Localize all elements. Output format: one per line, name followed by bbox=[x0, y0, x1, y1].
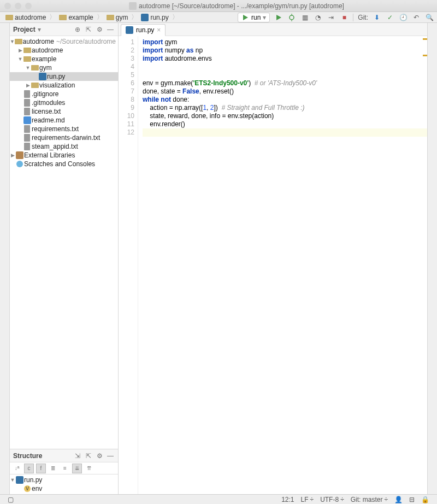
line-number[interactable]: 8 bbox=[119, 96, 134, 104]
breadcrumb-example[interactable]: example bbox=[57, 14, 95, 21]
tool-windows-button[interactable]: ▢ bbox=[4, 496, 17, 503]
code-line-12[interactable] bbox=[143, 128, 427, 137]
dropdown-icon[interactable]: ▾ bbox=[38, 26, 41, 33]
code-line-10[interactable]: state, reward, done, info = env.step(act… bbox=[143, 112, 427, 120]
sort-alpha-button[interactable]: ↓ª bbox=[12, 464, 22, 473]
hide-icon[interactable]: — bbox=[106, 25, 115, 34]
settings-icon[interactable]: ⚙ bbox=[95, 25, 104, 34]
vcs-history-button[interactable]: 🕘 bbox=[399, 13, 408, 22]
zoom-window-icon[interactable] bbox=[25, 3, 32, 9]
show-classes-button[interactable]: c bbox=[24, 464, 34, 473]
run-button[interactable] bbox=[274, 13, 283, 22]
hide-icon[interactable]: — bbox=[106, 452, 115, 460]
project-tree[interactable]: ▼autodrome~/Source/autodrome▶autodrome▼e… bbox=[10, 36, 118, 449]
code-line-5[interactable] bbox=[143, 71, 427, 79]
tree-item-autodrome[interactable]: ▶autodrome bbox=[10, 46, 118, 55]
tree-item-gym[interactable]: ▼gym bbox=[10, 63, 118, 72]
code-editor[interactable]: 123456789101112 import gymimport numpy a… bbox=[119, 36, 427, 494]
code-line-11[interactable]: env.render() bbox=[143, 120, 427, 128]
lock-icon[interactable]: 🔒 bbox=[418, 496, 433, 503]
line-gutter[interactable]: 123456789101112 bbox=[119, 36, 138, 494]
file-encoding[interactable]: UTF-8 ÷ bbox=[317, 496, 347, 503]
tree-item-External Libraries[interactable]: ▶External Libraries bbox=[10, 151, 118, 160]
show-inherited-button[interactable]: ≣ bbox=[48, 464, 58, 473]
structure-tree[interactable]: ▼run.pyvenv bbox=[10, 474, 118, 494]
inspection-icon[interactable]: 👤 bbox=[391, 496, 406, 503]
line-separator[interactable]: LF ÷ bbox=[298, 496, 317, 503]
disclosure-arrow-icon[interactable]: ▶ bbox=[17, 48, 23, 53]
disclosure-arrow-icon[interactable]: ▶ bbox=[25, 83, 31, 88]
tree-item-.gitignore[interactable]: .gitignore bbox=[10, 90, 118, 98]
line-number[interactable]: 5 bbox=[119, 71, 134, 79]
tree-item-visualization[interactable]: ▶visualization bbox=[10, 81, 118, 90]
disclosure-arrow-icon[interactable]: ▼ bbox=[17, 56, 23, 62]
caret-position[interactable]: 12:1 bbox=[278, 496, 297, 503]
tree-item-steam_appid.txt[interactable]: steam_appid.txt bbox=[10, 142, 118, 151]
tree-item-autodrome[interactable]: ▼autodrome~/Source/autodrome bbox=[10, 37, 118, 46]
right-gutter[interactable] bbox=[427, 23, 437, 494]
run-config-selector[interactable]: run ▾ bbox=[238, 13, 270, 22]
code-line-7[interactable]: done, state = False, env.reset() bbox=[143, 87, 427, 96]
disclosure-arrow-icon[interactable]: ▼ bbox=[25, 65, 31, 71]
expand-all-icon[interactable]: ⇲ bbox=[73, 452, 82, 460]
code-area[interactable]: import gymimport numpy as npimport autod… bbox=[138, 36, 427, 494]
line-number[interactable]: 1 bbox=[119, 38, 134, 46]
attach-button[interactable]: ⇥ bbox=[327, 13, 335, 22]
line-number[interactable]: 2 bbox=[119, 46, 134, 55]
tree-item-.gitmodules[interactable]: .gitmodules bbox=[10, 98, 118, 107]
tree-item-example[interactable]: ▼example bbox=[10, 55, 118, 63]
disclosure-arrow-icon[interactable]: ▼ bbox=[10, 39, 15, 44]
line-number[interactable]: 11 bbox=[119, 120, 134, 128]
tab-run-py[interactable]: run.py × bbox=[121, 24, 166, 36]
breadcrumb-run.py[interactable]: run.py bbox=[139, 14, 170, 21]
close-window-icon[interactable] bbox=[4, 3, 11, 9]
line-number[interactable]: 12 bbox=[119, 128, 134, 137]
tree-item-env[interactable]: venv bbox=[10, 484, 118, 493]
stop-button[interactable]: ■ bbox=[340, 13, 349, 22]
breadcrumb-gym[interactable]: gym bbox=[104, 14, 131, 21]
vcs-commit-button[interactable]: ✓ bbox=[386, 13, 394, 22]
tree-item-requirements-darwin.txt[interactable]: requirements-darwin.txt bbox=[10, 133, 118, 142]
disclosure-arrow-icon[interactable]: ▼ bbox=[10, 477, 15, 483]
error-stripe[interactable] bbox=[422, 36, 427, 494]
code-line-6[interactable]: env = gym.make('ETS2-Indy500-v0') # or '… bbox=[143, 79, 427, 87]
line-number[interactable]: 7 bbox=[119, 87, 134, 96]
tree-item-run.py[interactable]: ▼run.py bbox=[10, 476, 118, 484]
line-number[interactable]: 3 bbox=[119, 55, 134, 63]
show-anon-button[interactable]: ≡ bbox=[60, 464, 70, 473]
git-branch[interactable]: Git: master ÷ bbox=[347, 496, 391, 503]
memory-icon[interactable]: ⊟ bbox=[406, 496, 418, 503]
close-tab-icon[interactable]: × bbox=[157, 26, 161, 34]
tree-item-readme.md[interactable]: readme.md bbox=[10, 116, 118, 125]
collapse-all-icon[interactable]: ⇱ bbox=[84, 452, 93, 460]
tree-item-requirements.txt[interactable]: requirements.txt bbox=[10, 125, 118, 133]
line-number[interactable]: 4 bbox=[119, 63, 134, 71]
autoscroll-to-button[interactable]: ⇊ bbox=[72, 464, 82, 473]
code-line-8[interactable]: while not done: bbox=[143, 96, 427, 104]
vcs-revert-button[interactable]: ↶ bbox=[412, 13, 421, 22]
vcs-update-button[interactable]: ⬇ bbox=[373, 13, 381, 22]
code-line-4[interactable] bbox=[143, 63, 427, 71]
code-line-3[interactable]: import autodrome.envs bbox=[143, 55, 427, 63]
coverage-button[interactable]: ▦ bbox=[300, 13, 309, 22]
code-line-2[interactable]: import numpy as np bbox=[143, 46, 427, 55]
settings-icon[interactable]: ⚙ bbox=[95, 452, 104, 460]
line-number[interactable]: 9 bbox=[119, 104, 134, 112]
collapse-all-icon[interactable]: ⇱ bbox=[84, 25, 93, 34]
line-number[interactable]: 6 bbox=[119, 79, 134, 87]
breadcrumb-autodrome[interactable]: autodrome bbox=[3, 14, 48, 21]
tree-item-run.py[interactable]: run.py bbox=[10, 72, 118, 81]
autoscroll-from-button[interactable]: ⇈ bbox=[84, 464, 94, 473]
left-gutter[interactable] bbox=[0, 23, 10, 494]
scroll-from-source-icon[interactable]: ⊕ bbox=[73, 25, 82, 34]
show-fields-button[interactable]: f bbox=[36, 464, 46, 473]
profile-button[interactable]: ◔ bbox=[314, 13, 322, 22]
debug-button[interactable] bbox=[287, 13, 296, 22]
tree-item-license.txt[interactable]: license.txt bbox=[10, 107, 118, 116]
minimize-window-icon[interactable] bbox=[15, 3, 21, 9]
disclosure-arrow-icon[interactable]: ▶ bbox=[10, 153, 15, 158]
code-line-9[interactable]: action = np.array([1, 2]) # Straight and… bbox=[143, 104, 427, 112]
code-line-1[interactable]: import gym bbox=[143, 38, 427, 46]
tree-item-Scratches and Consoles[interactable]: Scratches and Consoles bbox=[10, 160, 118, 168]
line-number[interactable]: 10 bbox=[119, 112, 134, 120]
